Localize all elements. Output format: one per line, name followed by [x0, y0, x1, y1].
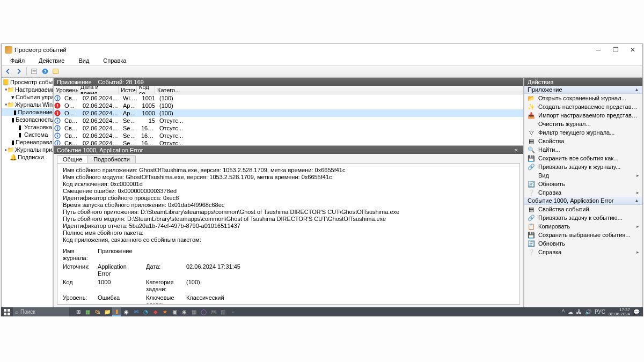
action-icon: 🔗: [528, 214, 535, 221]
action-item[interactable]: 📋Копировать▸: [524, 222, 642, 231]
explorer-icon[interactable]: 📁: [103, 307, 112, 316]
volume-icon[interactable]: 🔊: [585, 309, 591, 315]
tree-application[interactable]: ▮Приложение: [2, 108, 53, 116]
action-icon: ❔: [528, 248, 535, 256]
action-icon: 📥: [528, 112, 535, 119]
app-icon-1[interactable]: ◆: [151, 307, 160, 316]
steam-icon[interactable]: ◉: [180, 307, 189, 316]
table-row[interactable]: !Ошибка02.06.2024 17:31:45Applic...1000(…: [54, 109, 523, 117]
app-icon: [5, 46, 12, 54]
action-item[interactable]: ✨Создать настраиваемое представление...: [524, 102, 642, 111]
action-item[interactable]: ▽Фильтр текущего журнала...: [524, 128, 642, 137]
maps-icon[interactable]: ▦: [83, 307, 92, 316]
table-row[interactable]: iСведения02.06.2024 17:11:41Securit...16…: [54, 139, 523, 145]
edge-icon[interactable]: ◔: [141, 307, 150, 316]
back-button[interactable]: [4, 67, 12, 76]
action-icon: [528, 172, 535, 179]
menu-view[interactable]: Вид: [72, 57, 96, 64]
tree-windows-logs[interactable]: ▾📁Журналы Windows: [2, 101, 53, 108]
help-icon[interactable]: ?: [41, 67, 49, 76]
action-icon: 📋: [528, 223, 535, 230]
clock[interactable]: 17:3702.06.2024: [609, 308, 630, 316]
table-row[interactable]: iСведения02.06.2024 17:16:04Securit...15…: [54, 117, 523, 124]
action-item[interactable]: 📂Открыть сохраненный журнал...: [524, 94, 642, 102]
maximize-button[interactable]: ❐: [607, 45, 624, 55]
action-icon: 🔄: [528, 180, 535, 188]
action-item[interactable]: 📥Импорт настраиваемого представления: [524, 111, 642, 120]
tree-root[interactable]: 📒Просмотр событий (Локальн: [2, 78, 53, 86]
toolbar-extra-icon[interactable]: [52, 67, 60, 76]
action-item[interactable]: 🔗Привязать задачу к событию...: [524, 213, 642, 222]
actions-section-event[interactable]: Событие 1000, Application Error▲: [524, 197, 642, 205]
taskbar[interactable]: ⌕Поиск ⊞ ▦ 🛍 📁 ▮ ◉ ✉ ◔ ◆ ★ ▣ ◉ ▦ ◯ 🎮 ▧ ▫…: [1, 307, 643, 316]
action-item[interactable]: 💾Сохранить выбранные события...: [524, 231, 642, 239]
col-category[interactable]: Катего...: [155, 86, 523, 94]
action-item[interactable]: Очистить журнал...: [524, 120, 642, 128]
close-button[interactable]: ✕: [624, 45, 641, 55]
action-item[interactable]: ▤Свойства событий: [524, 205, 642, 213]
action-item[interactable]: ▤Свойства: [524, 137, 642, 145]
col-level[interactable]: Уровень: [54, 86, 78, 94]
app-icon-7[interactable]: ▧: [218, 307, 228, 316]
col-source[interactable]: Источ...: [119, 86, 137, 94]
tree-app-service-logs[interactable]: ▸📁Журналы приложений и сл: [2, 146, 53, 153]
app-icon-3[interactable]: ▣: [170, 307, 179, 316]
nav-tree[interactable]: 📒Просмотр событий (Локальн ▾📁Настраиваем…: [2, 78, 54, 316]
col-code[interactable]: Код со...: [137, 86, 155, 94]
tray-chevron-icon[interactable]: ^: [562, 309, 565, 315]
taskbar-apps: ⊞ ▦ 🛍 📁 ▮ ◉ ✉ ◔ ◆ ★ ▣ ◉ ▦ ◯ 🎮 ▧ ▫: [74, 307, 237, 316]
tree-admin-events[interactable]: ▾События управления: [2, 93, 53, 101]
action-item[interactable]: ❔Справка▸: [524, 188, 642, 197]
action-icon: ❔: [528, 189, 535, 196]
col-date[interactable]: Дата и время: [78, 86, 119, 94]
tab-details[interactable]: Подробности: [87, 155, 136, 163]
tree-forwarded[interactable]: ▮Перенаправленные соб: [2, 138, 53, 146]
tree-custom-views[interactable]: ▾📁Настраиваемые представле: [2, 86, 53, 93]
info-icon: i: [54, 140, 61, 145]
forward-button[interactable]: [14, 67, 23, 76]
action-item[interactable]: Вид▸: [524, 171, 642, 180]
start-button[interactable]: [1, 307, 13, 316]
tree-system[interactable]: ▮Система: [2, 131, 53, 138]
system-tray[interactable]: ^ ☁ 🖧 🔊 РУС 17:3702.06.2024 💬: [562, 308, 643, 316]
cloud-icon[interactable]: ☁: [568, 309, 573, 315]
properties-icon[interactable]: [30, 67, 39, 76]
minimize-button[interactable]: ─: [590, 45, 607, 55]
action-item[interactable]: 🔍Найти...: [524, 145, 642, 154]
titlebar[interactable]: Просмотр событий ─ ❐ ✕: [2, 44, 642, 56]
app-icon-8[interactable]: ▫: [228, 307, 237, 316]
notifications-icon[interactable]: 💬: [633, 309, 640, 315]
tree-setup[interactable]: ▮Установка: [2, 123, 53, 131]
tree-security[interactable]: ▮Безопасность: [2, 116, 53, 123]
action-item[interactable]: 🔄Обновить: [524, 180, 642, 188]
taskbar-search[interactable]: ⌕Поиск: [13, 307, 69, 316]
tree-subscriptions[interactable]: 🔔Подписки: [2, 153, 53, 161]
app-icon-5[interactable]: ◯: [199, 307, 208, 316]
table-row[interactable]: iСведения02.06.2024 17:12:19Securit...16…: [54, 132, 523, 139]
menu-action[interactable]: Действие: [32, 57, 71, 64]
table-row[interactable]: !Ошибка02.06.2024 17:31:45Applic...1005(…: [54, 102, 523, 109]
app-icon-4[interactable]: ▦: [189, 307, 199, 316]
action-item[interactable]: ❔Справка▸: [524, 248, 642, 256]
action-item[interactable]: 🔄Обновить: [524, 239, 642, 248]
event-viewer-window: Просмотр событий ─ ❐ ✕ Файл Действие Вид…: [1, 43, 643, 316]
network-icon[interactable]: 🖧: [576, 309, 582, 315]
app-icon-6[interactable]: 🎮: [209, 307, 218, 316]
app-icon-2[interactable]: ★: [160, 307, 170, 316]
table-row[interactable]: iСведения02.06.2024 17:12:50Securit...16…: [54, 124, 523, 132]
tab-general[interactable]: Общие: [57, 155, 88, 163]
menu-help[interactable]: Справка: [97, 57, 133, 64]
event-grid[interactable]: Уровень Дата и время Источ... Код со... …: [54, 86, 523, 145]
language-indicator[interactable]: РУС: [595, 309, 605, 315]
menu-file[interactable]: Файл: [4, 57, 31, 64]
mail-icon[interactable]: ✉: [131, 307, 141, 316]
task-view-icon[interactable]: ⊞: [74, 307, 83, 316]
action-item[interactable]: 🔗Привязать задачу к журналу...: [524, 162, 642, 171]
detail-close-icon[interactable]: ×: [513, 147, 520, 153]
chrome-icon[interactable]: ◉: [122, 307, 131, 316]
table-row[interactable]: iСведения02.06.2024 17:31:49Windo...1001…: [54, 94, 523, 102]
actions-section-app[interactable]: Приложение▲: [524, 86, 642, 94]
event-viewer-taskbar-icon[interactable]: ▮: [112, 307, 121, 316]
action-item[interactable]: 💾Сохранить все события как...: [524, 154, 642, 162]
store-icon[interactable]: 🛍: [93, 307, 102, 316]
